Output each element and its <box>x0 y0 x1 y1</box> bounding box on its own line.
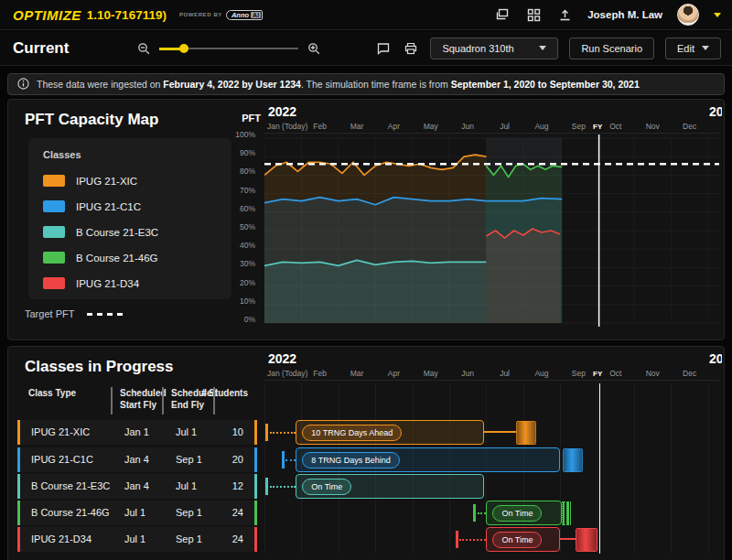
gantt-end-block[interactable] <box>562 501 571 525</box>
cell-end-fly: Sep 1 <box>176 533 202 544</box>
cell-class-type: B Course 21-E3C <box>31 480 110 491</box>
month-label: Feb <box>301 122 338 131</box>
column-separator <box>162 387 164 415</box>
cell-start-fly: Jan 4 <box>124 454 149 465</box>
upload-icon[interactable] <box>556 6 573 23</box>
squadron-select-caret-icon <box>539 46 546 50</box>
scenario-toolbar: Current Squadron 310th <box>0 31 732 66</box>
app-header: OPTIMIZE 1.10-7167119) POWERED BY Anno A… <box>0 0 732 30</box>
ingest-info-banner: These data were ingested on February 4, … <box>7 73 725 95</box>
gantt-status-badge: 8 TRNG Days Behind <box>302 452 399 468</box>
gantt-row: 8 TRNG Days Behind <box>264 447 719 472</box>
avatar[interactable] <box>677 4 699 26</box>
cell-start-fly: Jul 1 <box>124 507 145 518</box>
user-menu-caret-icon[interactable] <box>714 13 721 17</box>
gantt-end-block[interactable] <box>516 421 536 445</box>
gantt-leader-dotted-line <box>478 512 487 514</box>
classes-in-progress-panel: Classes in Progress Class TypeScheduled … <box>7 346 725 560</box>
squadron-select[interactable]: Squadron 310th <box>430 38 558 59</box>
zoom-in-icon[interactable] <box>306 40 322 57</box>
next-year-label: 20 <box>709 104 722 119</box>
class-table-row[interactable]: IPUG 21-C1CJan 4Sep 120 <box>17 447 257 472</box>
powered-by-label: POWERED BY <box>179 12 222 17</box>
cell-class-type: IPUG 21-C1C <box>31 454 93 465</box>
y-axis-tick: 90% <box>219 148 255 157</box>
gantt-row: On Time <box>264 474 719 499</box>
cell-num-students: 24 <box>232 533 243 544</box>
optimize-dashboard: OPTIMIZE 1.10-7167119) POWERED BY Anno A… <box>0 0 732 560</box>
year-label: 2022 <box>268 104 296 119</box>
legend-item[interactable]: B Course 21-46G <box>43 252 158 264</box>
classes-in-progress-title: Classes in Progress <box>25 358 174 376</box>
grid-apps-icon[interactable] <box>525 6 542 23</box>
gantt-leader-dotted-line <box>270 486 296 488</box>
gantt-tail-line <box>484 431 515 433</box>
legend-item[interactable]: IPUG 21-D34 <box>43 277 139 289</box>
y-axis-tick: 20% <box>219 278 255 287</box>
class-table-row[interactable]: B Course 21-46GJul 1Sep 124 <box>17 501 257 525</box>
classes-gantt-chart: 2022 20 FY Jan (Today)FebMarAprMayJunJul… <box>264 347 722 560</box>
cell-end-fly: Sep 1 <box>176 454 202 465</box>
gantt-row: On Time <box>264 501 719 525</box>
class-table-row[interactable]: B Course 21-E3CJan 4Jul 112 <box>17 474 257 499</box>
brand-suffix: AI <box>251 12 261 18</box>
y-axis-tick: 70% <box>219 186 255 195</box>
legend-item[interactable]: IPUG 21-C1C <box>43 200 141 212</box>
capacity-line-chart[interactable] <box>264 135 719 328</box>
legend-item[interactable]: B Course 21-E3C <box>43 226 158 238</box>
y-axis-tick: 60% <box>219 204 255 213</box>
gantt-end-block[interactable] <box>576 528 597 552</box>
edit-button[interactable]: Edit <box>665 38 721 59</box>
y-axis-tick: 50% <box>219 222 255 232</box>
comment-icon[interactable] <box>375 40 392 57</box>
target-pft-label: Target PFT <box>25 308 74 319</box>
view-title: Current <box>13 39 69 58</box>
gantt-status-badge: On Time <box>492 532 542 548</box>
legend-item[interactable]: IPUG 21-XIC <box>43 175 137 187</box>
info-icon <box>17 78 29 92</box>
y-axis-tick: 40% <box>219 241 255 250</box>
target-pft-dash-icon <box>87 313 124 316</box>
zoom-slider-knob[interactable] <box>179 44 188 53</box>
month-axis: FY Jan (Today)FebMarAprMayJunJulAugSepOc… <box>264 120 719 134</box>
gantt-row: On Time <box>264 527 719 552</box>
table-column-header: Class Type <box>28 387 76 399</box>
cell-num-students: 24 <box>232 507 243 518</box>
column-separator <box>213 387 215 415</box>
y-axis-tick: 100% <box>219 130 255 139</box>
table-column-header: Scheduled Start Fly <box>120 387 167 411</box>
capacity-map-title: PFT Capacity Map <box>25 111 158 129</box>
zoom-slider[interactable] <box>159 42 298 55</box>
cell-num-students: 20 <box>232 454 243 465</box>
legend-label: IPUG 21-XIC <box>76 176 137 187</box>
y-axis-tick: 80% <box>219 167 255 176</box>
class-table-row[interactable]: IPUG 21-D34Jul 1Sep 124 <box>17 527 257 552</box>
brand-name: Anno <box>231 11 249 19</box>
run-scenario-button[interactable]: Run Scenario <box>569 38 654 59</box>
legend-label: IPUG 21-C1C <box>76 201 141 212</box>
gantt-end-block[interactable] <box>563 448 583 472</box>
legend-title: Classes <box>43 149 81 160</box>
target-pft-legend: Target PFT <box>25 308 124 319</box>
month-label: Nov <box>634 122 671 131</box>
app-logo: OPTIMIZE <box>13 7 81 23</box>
gantt-status-badge: On Time <box>302 479 351 495</box>
cell-class-type: B Course 21-46G <box>31 507 110 518</box>
class-table-row[interactable]: IPUG 21-XICJan 1Jul 110 <box>17 420 257 445</box>
windows-overlap-icon[interactable] <box>494 6 511 23</box>
pft-capacity-map-panel: PFT Capacity Map Classes IPUG 21-XICIPUG… <box>7 99 725 340</box>
gantt-leader-dotted-line <box>270 432 296 434</box>
legend-swatch <box>43 252 65 264</box>
print-icon[interactable] <box>403 40 419 57</box>
month-label: Jul <box>486 122 522 131</box>
legend-label: B Course 21-E3C <box>76 227 158 238</box>
gantt-start-tick <box>265 424 268 441</box>
gantt-status-badge: On Time <box>492 505 542 522</box>
zoom-out-icon[interactable] <box>135 40 152 57</box>
month-label: Mar <box>339 122 375 131</box>
cell-end-fly: Jul 1 <box>176 480 197 491</box>
cell-num-students: 10 <box>232 426 243 437</box>
legend-swatch <box>43 200 65 212</box>
month-label: Jun <box>449 122 486 131</box>
month-label: Sep <box>560 122 597 131</box>
